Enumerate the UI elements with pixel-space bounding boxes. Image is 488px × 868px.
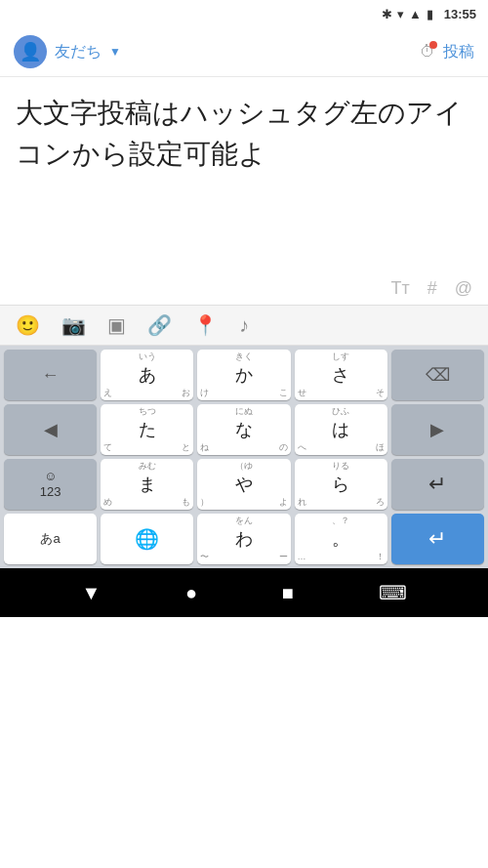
key-ta-sub-right: と bbox=[182, 443, 190, 452]
battery-icon: ▮ bbox=[427, 7, 433, 21]
key-ha-sub-left: へ bbox=[298, 443, 306, 452]
header-right: ⏱ 投稿 bbox=[420, 42, 474, 62]
key-na-main: な bbox=[235, 421, 253, 438]
bluetooth-icon: ✱ bbox=[382, 7, 392, 21]
bottom-nav: ▼ ● ■ ⌨ bbox=[0, 568, 488, 617]
key-ya-sub-right: よ bbox=[279, 498, 288, 507]
key-ma-sub-top: みむ bbox=[101, 462, 193, 471]
key-hiragana-alpha[interactable]: あa bbox=[4, 514, 97, 564]
key-newline[interactable]: ↵ bbox=[391, 459, 484, 510]
key-ha[interactable]: ひふ は へ ほ bbox=[295, 404, 387, 455]
emoji-icon[interactable]: 🙂 bbox=[16, 313, 40, 337]
key-wa[interactable]: をん わ 〜 ー bbox=[197, 514, 290, 564]
key-a-sub-left: え bbox=[103, 389, 112, 397]
key-punct-sub-left: … bbox=[298, 553, 306, 561]
hashtag-icon[interactable]: # bbox=[427, 278, 437, 299]
location-icon[interactable]: 📍 bbox=[193, 313, 218, 337]
key-punct[interactable]: 、？ 。 … ！ bbox=[295, 514, 387, 564]
key-ha-main: は bbox=[332, 421, 349, 438]
key-sa-sub-right: そ bbox=[376, 389, 385, 397]
backspace-icon: ⌫ bbox=[426, 364, 450, 386]
key-ka-sub-top: きく bbox=[197, 352, 290, 361]
key-ta-main: た bbox=[139, 421, 156, 438]
key-ma[interactable]: みむ ま め も bbox=[101, 459, 193, 510]
keyboard-row-1: ← いう あ え お きく か け こ しす さ せ そ ⌫ bbox=[0, 346, 488, 400]
mention-icon[interactable]: @ bbox=[455, 278, 472, 299]
key-na[interactable]: にぬ な ね の bbox=[197, 404, 290, 455]
key-a-sub-right: お bbox=[182, 389, 190, 397]
emoji-123-label: ☺123 bbox=[40, 469, 61, 499]
keyboard-row-3: ☺123 みむ ま め も （ゆ や ） よ りる ら れ ろ ↵ bbox=[0, 455, 488, 510]
gallery-icon[interactable]: ▣ bbox=[107, 313, 126, 337]
draft-icon: ⏱ bbox=[420, 43, 435, 61]
key-ra-sub-left: れ bbox=[298, 498, 306, 507]
recent-nav-icon[interactable]: ■ bbox=[282, 582, 294, 604]
key-left-arrow[interactable]: ◀ bbox=[4, 404, 97, 455]
key-ta-sub-top: ちつ bbox=[101, 407, 193, 416]
text-format-icon[interactable]: Tт bbox=[390, 278, 409, 299]
back-arrow-icon: ← bbox=[42, 365, 60, 386]
avatar[interactable]: 👤 bbox=[14, 35, 47, 68]
key-ka-sub-right: こ bbox=[279, 389, 288, 397]
key-a-sub-top: いう bbox=[101, 352, 193, 361]
key-wa-sub-right: ー bbox=[279, 553, 288, 561]
home-nav-icon[interactable]: ● bbox=[185, 582, 197, 604]
key-punct-main: 。 bbox=[332, 530, 349, 548]
keyboard-row-2: ◀ ちつ た て と にぬ な ね の ひふ は へ ほ ▶ bbox=[0, 400, 488, 455]
text-area[interactable]: 大文字投稿はハッシュタグ左のアイコンから設定可能よ bbox=[0, 77, 488, 272]
key-ta-sub-left: て bbox=[103, 443, 112, 452]
post-button[interactable]: 投稿 bbox=[443, 42, 474, 62]
signal-icon: ▲ bbox=[409, 7, 422, 21]
status-bar: ✱ ▾ ▲ ▮ 13:55 bbox=[0, 0, 488, 27]
keyboard: ← いう あ え お きく か け こ しす さ せ そ ⌫ ◀ ちつ bbox=[0, 346, 488, 568]
key-ka-sub-left: け bbox=[200, 389, 209, 397]
format-toolbar: Tт # @ bbox=[0, 272, 488, 305]
key-ha-sub-right: ほ bbox=[376, 443, 385, 452]
key-ka-main: か bbox=[235, 366, 253, 384]
key-na-sub-right: の bbox=[279, 443, 288, 452]
key-back-arrow[interactable]: ← bbox=[4, 350, 97, 400]
key-emoji-123[interactable]: ☺123 bbox=[4, 459, 97, 510]
camera-icon[interactable]: 📷 bbox=[61, 313, 86, 337]
key-na-sub-top: にぬ bbox=[197, 407, 290, 416]
username-label[interactable]: 友だち bbox=[55, 42, 102, 62]
key-ra-sub-top: りる bbox=[295, 462, 387, 471]
status-icons: ✱ ▾ ▲ ▮ 13:55 bbox=[382, 7, 476, 21]
key-sa-sub-left: せ bbox=[298, 389, 306, 397]
key-a-main: あ bbox=[139, 366, 156, 384]
keyboard-row-4: あa 🌐 をん わ 〜 ー 、？ 。 … ！ ↵ bbox=[0, 510, 488, 568]
keyboard-nav-icon[interactable]: ⌨ bbox=[379, 581, 407, 604]
key-sa[interactable]: しす さ せ そ bbox=[295, 350, 387, 400]
key-backspace[interactable]: ⌫ bbox=[391, 350, 484, 400]
post-text: 大文字投稿はハッシュタグ左のアイコンから設定可能よ bbox=[16, 93, 472, 175]
key-ya-main: や bbox=[235, 475, 253, 493]
dropdown-arrow-icon[interactable]: ▼ bbox=[109, 45, 121, 59]
left-arrow-icon: ◀ bbox=[44, 419, 58, 440]
header: 👤 友だち ▼ ⏱ 投稿 bbox=[0, 27, 488, 77]
key-ha-sub-top: ひふ bbox=[295, 407, 387, 416]
key-ka[interactable]: きく か け こ bbox=[197, 350, 290, 400]
key-wa-main: わ bbox=[235, 530, 253, 548]
key-punct-sub-top: 、？ bbox=[295, 517, 387, 525]
hiragana-alpha-label: あa bbox=[40, 531, 60, 547]
key-ya[interactable]: （ゆ や ） よ bbox=[197, 459, 290, 510]
enter-icon: ↵ bbox=[428, 526, 446, 552]
key-a[interactable]: いう あ え お bbox=[101, 350, 193, 400]
key-ra[interactable]: りる ら れ ろ bbox=[295, 459, 387, 510]
key-ta[interactable]: ちつ た て と bbox=[101, 404, 193, 455]
key-right-arrow[interactable]: ▶ bbox=[391, 404, 484, 455]
key-wa-sub-top: をん bbox=[197, 517, 290, 525]
key-globe[interactable]: 🌐 bbox=[101, 514, 193, 564]
key-punct-sub-right: ！ bbox=[376, 553, 385, 561]
key-ra-main: ら bbox=[332, 475, 349, 493]
status-time: 13:55 bbox=[444, 7, 476, 21]
header-left: 👤 友だち ▼ bbox=[14, 35, 121, 68]
media-toolbar: 🙂 📷 ▣ 🔗 📍 ♪ bbox=[0, 305, 488, 346]
key-ma-sub-left: め bbox=[103, 498, 112, 507]
music-icon[interactable]: ♪ bbox=[239, 314, 249, 337]
link-icon[interactable]: 🔗 bbox=[147, 313, 172, 337]
notification-dot bbox=[429, 41, 437, 49]
back-nav-icon[interactable]: ▼ bbox=[81, 582, 101, 604]
key-ma-sub-right: も bbox=[182, 498, 190, 507]
key-enter[interactable]: ↵ bbox=[391, 514, 484, 564]
